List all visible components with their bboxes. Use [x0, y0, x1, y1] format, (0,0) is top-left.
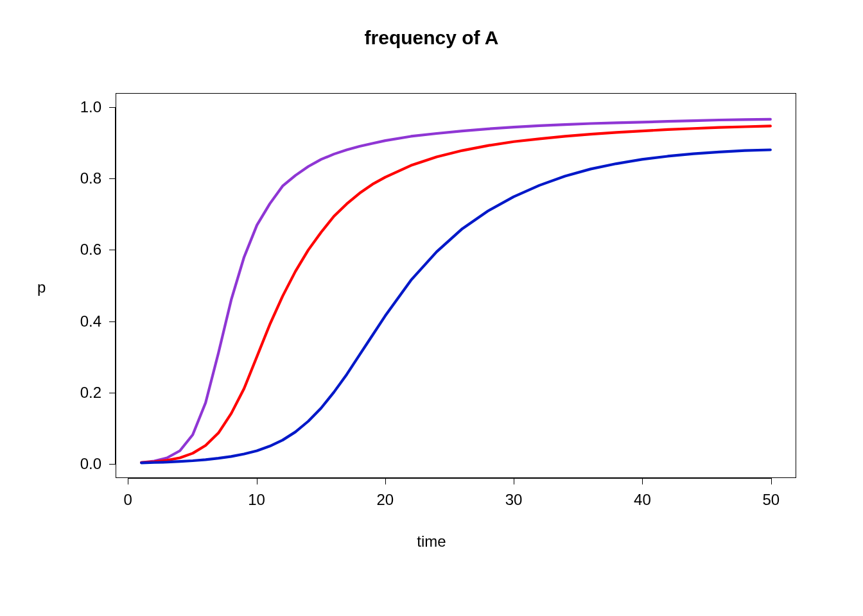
y-tick-label: 0.4	[63, 312, 101, 330]
x-tick-mark	[642, 478, 643, 484]
x-tick-label: 0	[124, 491, 132, 509]
y-tick-label: 1.0	[63, 98, 101, 116]
line-canvas	[116, 94, 796, 477]
x-tick-mark	[257, 478, 257, 484]
y-tick-label: 0.8	[63, 169, 101, 187]
series-purple	[141, 119, 771, 463]
series-red	[141, 126, 771, 462]
chart-title: frequency of A	[0, 27, 863, 49]
x-tick-mark	[128, 478, 128, 484]
y-axis-line	[115, 107, 116, 464]
x-tick-mark	[771, 478, 772, 484]
y-tick-label: 0.2	[63, 384, 101, 402]
chart-container: frequency of A p time 0.00.20.40.60.81.0…	[0, 0, 863, 616]
y-tick-label: 0.0	[63, 455, 101, 473]
x-axis-label: time	[0, 533, 863, 551]
x-tick-label: 20	[376, 491, 394, 509]
x-tick-label: 30	[505, 491, 523, 509]
x-tick-label: 50	[762, 491, 780, 509]
x-tick-label: 10	[248, 491, 265, 509]
series-blue	[141, 150, 771, 463]
x-tick-mark	[385, 478, 386, 484]
plot-area	[116, 93, 796, 478]
y-tick-label: 0.6	[63, 241, 101, 259]
y-tick-mark	[109, 464, 116, 465]
x-tick-label: 40	[634, 491, 651, 509]
x-tick-mark	[514, 478, 514, 484]
x-axis-line	[128, 478, 771, 479]
